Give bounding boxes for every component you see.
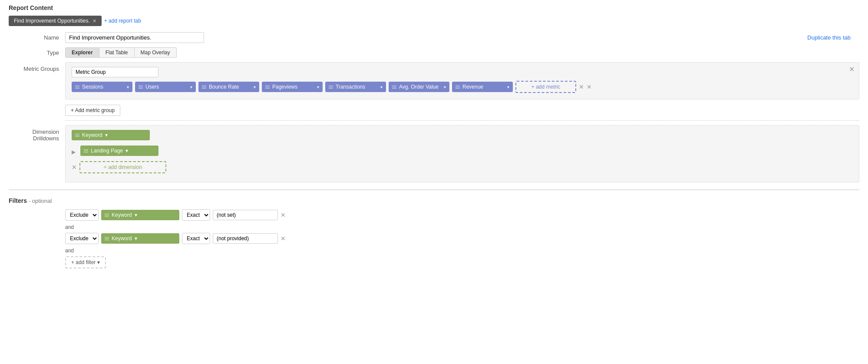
tabs-row: Find Improvement Opportunities. ✕ + add … xyxy=(9,16,859,26)
active-tab[interactable]: Find Improvement Opportunities. ✕ xyxy=(9,16,102,26)
metric-group-name-input[interactable] xyxy=(72,67,158,77)
add-filter-btn[interactable]: + add filter ▾ xyxy=(65,256,106,268)
metric-pill-bounce-rate[interactable]: Bounce Rate ▾ xyxy=(198,82,259,92)
metric-pill-transactions[interactable]: Transactions ▾ xyxy=(325,82,386,92)
add-tab-link[interactable]: + add report tab xyxy=(104,18,141,24)
add-dimension-label: + add dimension xyxy=(104,164,142,170)
drag-handle-keyword xyxy=(75,134,79,137)
metric-label-sessions: Sessions xyxy=(82,84,124,90)
dim-arrow-keyword[interactable]: ▾ xyxy=(105,132,108,138)
filter-row-2: Exclude Keyword ▾ Exact ✕ xyxy=(65,233,859,244)
metric-label-users: Users xyxy=(145,84,188,90)
metric-arrow-bounce-rate[interactable]: ▾ xyxy=(254,85,256,89)
filter-keyword-arrow-2[interactable]: ▾ xyxy=(135,235,137,242)
drag-handle-pageviews xyxy=(265,86,270,89)
name-form-row: Name Duplicate this tab xyxy=(9,32,859,43)
filter-condition-select-1[interactable]: Exact xyxy=(182,209,210,221)
drag-handle-filter-keyword-2 xyxy=(105,237,109,240)
drag-handle-sessions xyxy=(75,86,79,89)
filters-label: Filters xyxy=(9,197,27,204)
metric-label-pageviews: Pageviews xyxy=(272,84,314,90)
drag-handle-users xyxy=(139,86,143,89)
name-label: Name xyxy=(9,34,65,41)
metric-groups-container: ✕ Sessions ▾ Users ▾ xyxy=(65,62,859,99)
drag-handle-landing-page xyxy=(84,149,88,152)
add-dimension-row: ✕ + add dimension xyxy=(72,161,853,173)
bounce-rate-close-icon[interactable]: ✕ xyxy=(579,84,584,90)
add-metric-group-btn[interactable]: + Add metric group xyxy=(65,105,120,116)
metric-pill-avg-order[interactable]: Avg. Order Value ▾ xyxy=(389,82,449,92)
filter-close-icon-1[interactable]: ✕ xyxy=(281,212,286,218)
drag-handle-filter-keyword-1 xyxy=(105,214,109,217)
metric-pill-users[interactable]: Users ▾ xyxy=(135,82,196,92)
drag-handle-bounce-rate xyxy=(202,86,206,89)
keyword-dim-row: Keyword ▾ xyxy=(72,130,853,143)
dim-pill-keyword[interactable]: Keyword ▾ xyxy=(72,130,150,140)
add-metric-group-row: + Add metric group xyxy=(65,105,859,116)
metrics-row: Sessions ▾ Users ▾ Bounce Rate ▾ xyxy=(72,81,853,93)
name-input[interactable] xyxy=(65,32,204,43)
dim-expand-icon[interactable]: ▶ xyxy=(72,149,78,155)
filter-keyword-pill-2[interactable]: Keyword ▾ xyxy=(101,233,179,244)
section-title: Report Content xyxy=(9,4,859,11)
filter-and-2: and xyxy=(65,248,859,254)
metric-pill-pageviews[interactable]: Pageviews ▾ xyxy=(262,82,323,92)
dim-close-icon[interactable]: ✕ xyxy=(72,164,77,170)
add-filter-label: + add filter xyxy=(71,259,96,265)
filter-and-1: and xyxy=(65,224,859,230)
filter-close-icon-2[interactable]: ✕ xyxy=(281,235,286,242)
metric-label-transactions: Transactions xyxy=(336,84,378,90)
type-explorer-btn[interactable]: Explorer xyxy=(65,47,99,58)
dim-label-landing-page: Landing Page xyxy=(91,148,123,154)
filter-exclude-select-2[interactable]: Exclude xyxy=(65,233,99,244)
filter-keyword-arrow-1[interactable]: ▾ xyxy=(135,212,137,218)
add-filter-row: + add filter ▾ xyxy=(65,256,859,268)
metric-arrow-revenue[interactable]: ▾ xyxy=(507,85,509,89)
drag-handle-revenue xyxy=(455,86,460,89)
filters-divider xyxy=(9,189,859,190)
metric-arrow-pageviews[interactable]: ▾ xyxy=(317,85,319,89)
metric-pill-sessions[interactable]: Sessions ▾ xyxy=(72,82,132,92)
filter-keyword-pill-1[interactable]: Keyword ▾ xyxy=(101,210,179,220)
type-flat-table-btn[interactable]: Flat Table xyxy=(99,47,135,58)
drag-handle-transactions xyxy=(329,86,333,89)
dim-pill-landing-page[interactable]: Landing Page ▾ xyxy=(80,146,158,156)
add-dim-pill[interactable]: + add dimension xyxy=(79,161,166,173)
metric-label-bounce-rate: Bounce Rate xyxy=(209,84,251,90)
filter-keyword-label-1: Keyword xyxy=(112,212,132,218)
filters-title: Filters - optional xyxy=(9,197,859,204)
add-metric-label: + add metric xyxy=(531,84,560,90)
filter-value-input-2[interactable] xyxy=(213,233,278,244)
pageviews-group-close-icon[interactable]: ✕ xyxy=(587,84,592,90)
type-label: Type xyxy=(9,50,65,56)
type-buttons: Explorer Flat Table Map Overlay xyxy=(65,47,177,58)
metric-arrow-transactions[interactable]: ▾ xyxy=(380,85,383,89)
dimension-container: Keyword ▾ ▶ Landing Page ▾ ✕ xyxy=(65,125,859,182)
metric-groups-section: Metric Groups ✕ Sessions ▾ Users ▾ xyxy=(9,62,859,99)
metric-arrow-users[interactable]: ▾ xyxy=(190,85,192,89)
metric-arrow-avg-order[interactable]: ▾ xyxy=(444,85,446,89)
type-map-overlay-btn[interactable]: Map Overlay xyxy=(135,47,177,58)
dimension-section: Dimension Drilldowns Keyword ▾ ▶ xyxy=(9,125,859,182)
metric-dimension-divider xyxy=(65,120,859,121)
dim-label-keyword: Keyword xyxy=(82,132,102,138)
tab-close-icon[interactable]: ✕ xyxy=(92,18,96,24)
add-metric-pill[interactable]: + add metric xyxy=(515,81,576,93)
dim-arrow-landing-page[interactable]: ▾ xyxy=(125,148,128,154)
landing-page-dim-row: ▶ Landing Page ▾ xyxy=(72,146,853,159)
metric-groups-label: Metric Groups xyxy=(9,62,65,72)
filter-exclude-select-1[interactable]: Exclude xyxy=(65,209,99,221)
filter-keyword-label-2: Keyword xyxy=(112,235,132,242)
metric-pill-revenue[interactable]: Revenue ▾ xyxy=(452,82,513,92)
filters-section: Filters - optional Exclude Keyword ▾ Exa… xyxy=(9,197,859,268)
filters-optional-label: - optional xyxy=(29,198,52,204)
type-form-row: Type Explorer Flat Table Map Overlay xyxy=(9,47,859,58)
metric-group-remove-icon[interactable]: ✕ xyxy=(849,66,855,73)
drag-handle-avg-order xyxy=(392,86,396,89)
metric-label-revenue: Revenue xyxy=(462,84,505,90)
filter-value-input-1[interactable] xyxy=(213,210,278,220)
metric-arrow-sessions[interactable]: ▾ xyxy=(127,85,129,89)
dimension-label: Dimension Drilldowns xyxy=(9,125,65,142)
duplicate-tab-link[interactable]: Duplicate this tab xyxy=(807,34,859,41)
filter-condition-select-2[interactable]: Exact xyxy=(182,233,210,244)
